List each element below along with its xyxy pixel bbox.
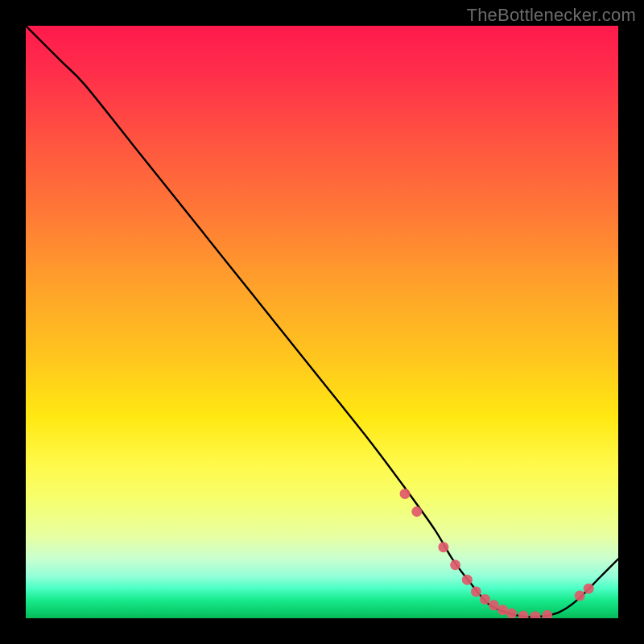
curve-marker bbox=[438, 542, 448, 552]
curve-marker bbox=[462, 575, 473, 585]
curve-marker bbox=[506, 609, 517, 618]
curve-marker bbox=[411, 506, 422, 517]
bottleneck-curve bbox=[26, 26, 618, 617]
curve-marker bbox=[471, 586, 481, 597]
curve-marker bbox=[542, 610, 552, 618]
curve-marker bbox=[575, 591, 585, 601]
curve-marker bbox=[489, 600, 499, 610]
chart-stage: TheBottlenecker.com bbox=[0, 0, 644, 644]
curve-marker bbox=[400, 489, 411, 499]
chart-plot-area bbox=[26, 26, 618, 618]
curve-marker bbox=[450, 559, 460, 570]
curve-marker bbox=[518, 611, 529, 618]
curve-marker bbox=[530, 611, 540, 618]
curve-marker bbox=[480, 594, 490, 605]
curve-markers bbox=[400, 489, 594, 618]
curve-marker bbox=[584, 584, 594, 594]
chart-svg bbox=[26, 26, 618, 618]
watermark-text: TheBottlenecker.com bbox=[467, 5, 636, 26]
